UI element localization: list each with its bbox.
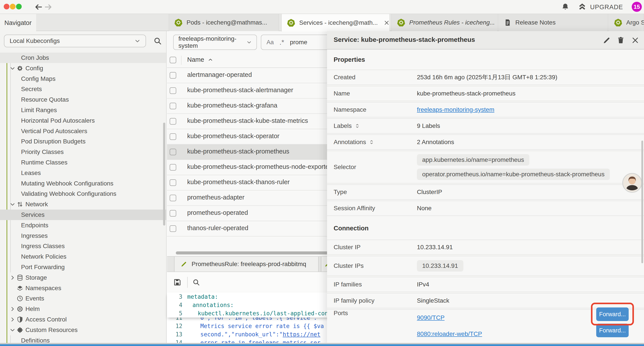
chevron-down-icon[interactable] (10, 327, 15, 333)
row-checkbox[interactable] (170, 164, 176, 171)
notification-count-badge[interactable]: 15 (632, 2, 642, 12)
forward-icon[interactable] (44, 3, 52, 11)
detail-row-type: TypeClusterIP (327, 184, 644, 200)
row-checkbox[interactable] (170, 87, 176, 94)
editor-search-icon[interactable] (192, 279, 200, 286)
row-checkbox[interactable] (170, 133, 176, 140)
sidebar-item-runtime-classes[interactable]: Runtime Classes (0, 157, 166, 168)
detail-panel-scrollbar[interactable] (641, 141, 643, 263)
avatar[interactable] (622, 173, 642, 193)
sidebar-item-endpoints[interactable]: Endpoints (0, 220, 166, 231)
row-checkbox[interactable] (170, 179, 176, 186)
sidebar-item-label: Events (26, 295, 44, 302)
regex-toggle[interactable]: .* (280, 38, 284, 46)
sidebar-item-custom-resources[interactable]: Custom Resources (0, 325, 166, 335)
row-checkbox[interactable] (170, 195, 176, 201)
close-icon[interactable] (631, 36, 639, 44)
tab-argo-se[interactable]: Argo Se (608, 14, 644, 31)
row-checkbox[interactable] (170, 149, 176, 155)
expand-collapse-icon[interactable] (354, 123, 360, 129)
sidebar-item-limit-ranges[interactable]: Limit Ranges (0, 105, 166, 115)
minimize-window-button[interactable] (10, 4, 16, 9)
sidebar-item-validating-webhook-configurations[interactable]: Validating Webhook Configurations (0, 189, 166, 199)
sidebar-item-storage[interactable]: Storage (0, 272, 166, 283)
toolbar-divider (187, 277, 188, 288)
upgrade-icon[interactable] (578, 2, 586, 11)
notifications-bell-icon[interactable] (561, 3, 570, 11)
row-checkbox[interactable] (170, 225, 176, 232)
sidebar-item-events[interactable]: Events (0, 293, 166, 304)
runbook-url-link[interactable]: https://net (283, 331, 320, 338)
sidebar-item-label: Network (26, 201, 48, 208)
chevron-down-icon[interactable] (10, 65, 15, 71)
match-case-toggle[interactable]: Aa (266, 39, 274, 46)
sidebar-item-config[interactable]: Config (0, 63, 166, 74)
port-link-8080-reloader-web-tcp[interactable]: 8080:reloader-web/TCP (417, 331, 482, 338)
sidebar-scrollbar[interactable] (163, 123, 165, 226)
detail-label-text: Name (334, 90, 350, 97)
row-checkbox[interactable] (170, 210, 176, 217)
chevron-right-icon[interactable] (10, 275, 15, 281)
tab-release-notes[interactable]: Release Notes (498, 14, 608, 31)
namespace-link[interactable]: freeleaps-monitoring-system (417, 106, 494, 113)
sidebar-item-priority-classes[interactable]: Priority Classes (0, 147, 166, 157)
tab-prometheus-rules-icecheng[interactable]: Prometheus Rules - icecheng... (392, 14, 498, 31)
sidebar-item-network[interactable]: Network (0, 199, 166, 210)
tab-services-icecheng-math[interactable]: Services - icecheng@math... (282, 14, 390, 31)
editor-tab-prometheusrule[interactable]: PrometheusRule: freeleaps-prod-rabbitmq (174, 257, 319, 272)
sidebar-item-port-forwarding[interactable]: Port Forwarding (0, 262, 166, 272)
namespace-select-value: freeleaps-monitoring-system (178, 35, 246, 49)
service-name: prometheus-operated (187, 209, 248, 216)
sidebar-item-secrets[interactable]: Secrets (0, 84, 166, 94)
detail-label-text: Ports (334, 310, 348, 317)
sidebar-item-label: Network Policies (21, 253, 66, 260)
sidebar-item-resource-quotas[interactable]: Resource Quotas (0, 94, 166, 105)
chevron-right-icon[interactable] (10, 306, 15, 312)
close-window-button[interactable] (4, 4, 10, 9)
sidebar-item-services[interactable]: Services (0, 210, 166, 220)
delete-trash-icon[interactable] (617, 36, 625, 44)
sidebar-item-label: Leases (21, 169, 41, 177)
port-link-9090-tcp[interactable]: 9090/TCP (417, 314, 444, 321)
column-header-name[interactable]: Name (187, 56, 213, 63)
sidebar-item-vertical-pod-autoscalers[interactable]: Vertical Pod Autoscalers (0, 126, 166, 136)
sidebar-item-ingress-classes[interactable]: Ingress Classes (0, 241, 166, 251)
service-name: kube-prometheus-stack-alertmanager (187, 86, 293, 94)
sidebar-item-label: Validating Webhook Configurations (21, 190, 116, 197)
sidebar-item-pod-disruption-budgets[interactable]: Pod Disruption Budgets (0, 136, 166, 147)
namespace-select[interactable]: freeleaps-monitoring-system (173, 34, 257, 50)
back-icon[interactable] (34, 3, 43, 11)
edit-pencil-icon[interactable] (603, 36, 611, 44)
sidebar-item-ingresses[interactable]: Ingresses (0, 231, 166, 241)
tab-label: Release Notes (515, 19, 556, 26)
row-checkbox[interactable] (170, 72, 176, 79)
sidebar-item-namespaces[interactable]: Namespaces (0, 283, 166, 294)
forward-port-8080-button[interactable]: Forward... (596, 324, 629, 337)
sidebar-item-leases[interactable]: Leases (0, 168, 166, 178)
row-checkbox[interactable] (170, 118, 176, 125)
sidebar-item-label: Ingress Classes (21, 243, 65, 250)
navigator-tab[interactable]: Navigator (0, 14, 36, 31)
service-name: kube-prometheus-stack-grafana (187, 102, 277, 109)
sidebar-item-horizontal-pod-autoscalers[interactable]: Horizontal Pod Autoscalers (0, 115, 166, 126)
sidebar-item-helm[interactable]: Helm (0, 304, 166, 314)
database-icon (17, 274, 23, 281)
sidebar-item-network-policies[interactable]: Network Policies (0, 251, 166, 262)
zoom-window-button[interactable] (16, 4, 22, 9)
chevron-down-icon[interactable] (10, 201, 15, 207)
row-checkbox[interactable] (170, 103, 176, 109)
sidebar-item-mutating-webhook-configurations[interactable]: Mutating Webhook Configurations (0, 178, 166, 189)
close-tab-icon[interactable] (384, 20, 390, 26)
sidebar-item-label: Secrets (21, 86, 42, 93)
service-name: kube-prometheus-stack-operator (187, 132, 280, 140)
upgrade-label[interactable]: UPGRADE (590, 3, 623, 11)
sidebar-item-config-maps[interactable]: Config Maps (0, 74, 166, 84)
detail-value: 9 Labels (417, 122, 440, 129)
save-icon[interactable] (173, 278, 182, 287)
sidebar-item-access-control[interactable]: Access Control (0, 314, 166, 325)
tab-pods-icecheng-mathmas[interactable]: Pods - icecheng@mathmas... (169, 14, 279, 31)
sidebar-item-cron-jobs[interactable]: Cron Jobs (0, 52, 166, 63)
expand-collapse-icon[interactable] (369, 139, 374, 145)
chevron-right-icon[interactable] (10, 317, 15, 322)
select-all-checkbox[interactable] (170, 57, 176, 63)
